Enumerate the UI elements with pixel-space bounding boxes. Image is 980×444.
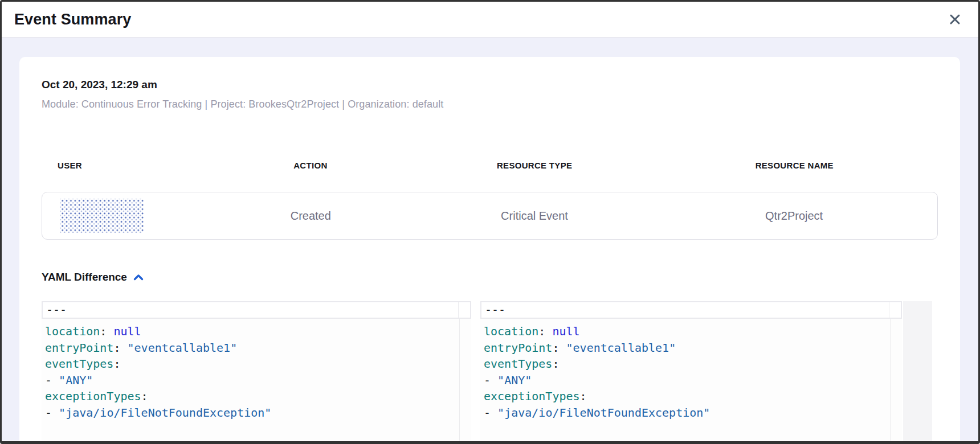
table-header-row: USER ACTION RESOURCE TYPE RESOURCE NAME: [42, 161, 938, 170]
user-cell: [42, 199, 203, 233]
column-header-user: USER: [42, 161, 203, 170]
yaml-diff-pane-left: --- location: nullentryPoint: "eventcall…: [42, 301, 471, 441]
chevron-up-icon[interactable]: [133, 274, 144, 281]
event-summary-modal: Event Summary Oct 20, 2023, 12:29 am Mod…: [0, 0, 980, 444]
vertical-scrollbar-track[interactable]: [903, 301, 932, 441]
pane-scrollbar-track[interactable]: [459, 319, 471, 441]
yaml-diff-pane-right: --- location: nullentryPoint: "eventcall…: [480, 301, 902, 441]
resource-type-cell: Critical Event: [418, 209, 651, 223]
column-header-action: ACTION: [203, 161, 418, 170]
event-table: USER ACTION RESOURCE TYPE RESOURCE NAME …: [42, 161, 938, 240]
pane-scrollbar-thumb[interactable]: [889, 302, 901, 318]
column-header-resource-type: RESOURCE TYPE: [418, 161, 651, 170]
pane-scrollbar-track[interactable]: [890, 319, 902, 441]
yaml-difference-toggle[interactable]: YAML Difference: [42, 271, 144, 283]
yaml-diff-viewer: --- location: nullentryPoint: "eventcall…: [42, 301, 938, 441]
table-row: Created Critical Event Qtr2Project: [42, 192, 938, 240]
yaml-difference-label: YAML Difference: [42, 271, 127, 283]
pane-scrollbar-thumb[interactable]: [458, 302, 470, 318]
close-button[interactable]: [946, 11, 963, 28]
yaml-code-right: location: nullentryPoint: "eventcallable…: [480, 319, 890, 441]
modal-header: Event Summary: [2, 2, 978, 38]
yaml-diff-highlighted-line: ---: [480, 301, 902, 319]
yaml-code-left: location: nullentryPoint: "eventcallable…: [42, 319, 459, 441]
action-cell: Created: [203, 209, 418, 223]
modal-body: Oct 20, 2023, 12:29 am Module: Continuou…: [2, 38, 978, 441]
event-meta: Module: Continuous Error Tracking | Proj…: [42, 98, 938, 110]
close-icon: [949, 14, 961, 25]
redacted-user: [60, 199, 144, 233]
column-header-resource-name: RESOURCE NAME: [651, 161, 938, 170]
yaml-diff-highlighted-line: ---: [42, 301, 471, 319]
page-title: Event Summary: [14, 11, 131, 28]
resource-name-cell: Qtr2Project: [651, 209, 937, 223]
event-timestamp: Oct 20, 2023, 12:29 am: [42, 79, 938, 91]
event-card: Oct 20, 2023, 12:29 am Module: Continuou…: [19, 57, 960, 441]
